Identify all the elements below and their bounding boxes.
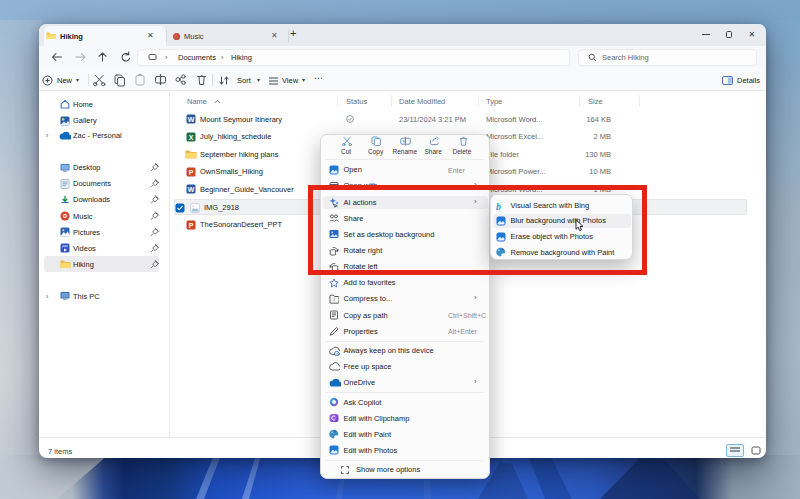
svg-text:W: W [188, 116, 195, 123]
svg-text:P: P [189, 221, 194, 228]
svg-text:P: P [189, 168, 194, 175]
svg-text:W: W [188, 186, 195, 193]
svg-text:X: X [189, 133, 194, 140]
